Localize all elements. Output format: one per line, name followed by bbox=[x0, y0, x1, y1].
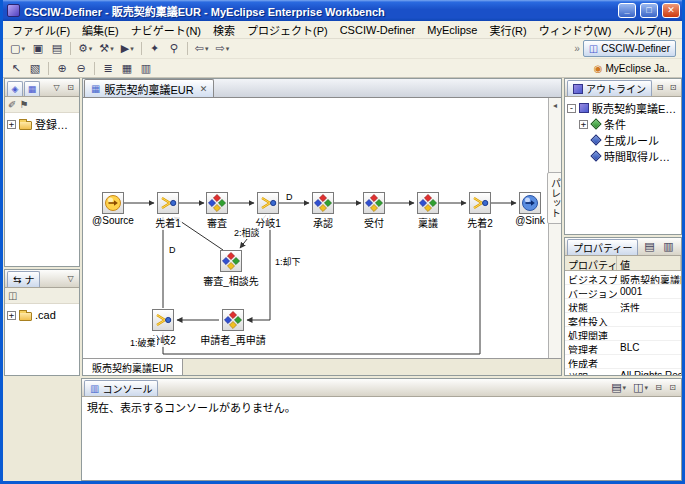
outline-minimize-icon[interactable]: ⊟ bbox=[654, 81, 666, 94]
align-button[interactable]: ≣ bbox=[99, 60, 117, 77]
perspective-chevron-icon[interactable]: » bbox=[574, 43, 580, 54]
collapse-all-icon[interactable]: ◫ bbox=[8, 290, 17, 301]
menubar: ファイル(F)編集(E)ナビゲート(N)検索プロジェクト(P)CSCIW-Def… bbox=[3, 21, 682, 39]
new-wizard-button[interactable]: ✦ bbox=[146, 40, 164, 57]
property-row-7[interactable]: 説明All Rights Reserv... bbox=[565, 369, 681, 375]
menu-item-9[interactable]: ヘルプ(H) bbox=[617, 21, 677, 39]
explorer-maximize-icon[interactable]: ⊡ bbox=[64, 81, 77, 94]
minimize-window-button[interactable]: _ bbox=[618, 3, 636, 18]
outline-maximize-icon[interactable]: ⊡ bbox=[667, 81, 679, 94]
dropdown-arrow-icon: ▾ bbox=[110, 45, 114, 53]
outline-tab[interactable]: アウトライン bbox=[567, 80, 652, 96]
diagram-page-tab[interactable]: 販売契約稟議EUR bbox=[83, 359, 183, 375]
workflow-node-activity[interactable]: 審査_相談先 bbox=[191, 250, 271, 288]
pointer-tool-button[interactable]: ↖ bbox=[7, 60, 25, 77]
run-button[interactable]: ▶▾ bbox=[118, 40, 137, 57]
property-name-cell: 状態 bbox=[565, 299, 617, 312]
maximize-window-button[interactable]: □ bbox=[640, 3, 658, 18]
layout-button[interactable]: ▥ bbox=[137, 60, 155, 77]
node-label: 稟議 bbox=[417, 215, 439, 230]
menu-item-2[interactable]: ナビゲート(N) bbox=[125, 21, 207, 39]
titlebar[interactable]: CSCIW-Definer - 販売契約稟議EUR - MyEclipse En… bbox=[3, 0, 682, 21]
perspective-label: MyEclipse Ja.. bbox=[606, 63, 670, 74]
zoom-in-button[interactable]: ⊕ bbox=[53, 60, 71, 77]
save-button[interactable]: ▣ bbox=[29, 40, 47, 57]
workflow-node-activity[interactable]: 申請者_再申請 bbox=[193, 309, 273, 347]
flag-definition-icon[interactable]: ⚑ bbox=[19, 99, 28, 110]
perspective-csciw-definer-button[interactable]: ◫CSCIW-Definer bbox=[583, 40, 676, 57]
menu-item-4[interactable]: プロジェクト(P) bbox=[241, 21, 334, 39]
explorer-secondary-tab-icon[interactable]: ▦ bbox=[24, 81, 40, 96]
property-value-cell: BLC bbox=[617, 341, 681, 354]
outline-item-1[interactable]: +条件 bbox=[567, 116, 679, 132]
editor-tab-close-icon[interactable]: ✕ bbox=[200, 84, 208, 94]
editor-tab-diagram[interactable]: ▦ 販売契約稟議EUR ✕ bbox=[84, 79, 214, 97]
navigator-view-menu-icon[interactable]: ▽ bbox=[64, 272, 77, 285]
main-toolbar: ▢▾▣▤⚙▾⚒▾▶▾✦⚲⇦▾⇨▾ »◫CSCIW-Definer bbox=[3, 39, 682, 59]
properties-tab[interactable]: プロパティー bbox=[567, 239, 638, 255]
forward-button[interactable]: ⇨▾ bbox=[212, 40, 232, 57]
search-button[interactable]: ⚲ bbox=[165, 40, 183, 57]
debug-button[interactable]: ⚒▾ bbox=[96, 40, 116, 57]
back-button[interactable]: ⇦▾ bbox=[192, 40, 212, 57]
menu-item-7[interactable]: 実行(R) bbox=[483, 21, 532, 39]
outline-item-label: 条件 bbox=[604, 116, 626, 132]
expand-icon[interactable]: + bbox=[579, 120, 588, 129]
expand-icon[interactable]: + bbox=[7, 120, 16, 129]
palette-collapse-icon[interactable]: ◂ bbox=[553, 101, 557, 110]
property-row-6[interactable]: 作成者 bbox=[565, 355, 681, 369]
editor-tab-label: 販売契約稟議EUR bbox=[104, 81, 193, 97]
display-selected-button[interactable]: ◫▾ bbox=[630, 379, 651, 396]
print-button[interactable]: ▤ bbox=[48, 40, 66, 57]
navigator-tab[interactable]: ⇆ ナ bbox=[7, 271, 40, 287]
property-row-0[interactable]: ビジネスプ販売契約稟議EUR bbox=[565, 271, 681, 285]
tree-item-registered-definitions[interactable]: + 登録定義 bbox=[7, 116, 77, 132]
console-view: ▥ コンソール ▤▾◫▾ ⊟ ⊡ 現在、表示するコンソールがありません。 bbox=[81, 378, 682, 481]
outline-item-3[interactable]: 時間取得ルール bbox=[567, 148, 679, 164]
close-window-button[interactable]: ✕ bbox=[662, 3, 680, 18]
property-name-column[interactable]: プロパティー bbox=[565, 256, 617, 270]
marquee-tool-button[interactable]: ▧ bbox=[26, 60, 44, 77]
expand-icon[interactable]: + bbox=[7, 311, 16, 320]
gateway-node-icon bbox=[157, 192, 179, 214]
zoom-out-button[interactable]: ⊖ bbox=[72, 60, 90, 77]
navigator-tab-icon: ⇆ bbox=[13, 274, 21, 285]
workflow-canvas[interactable]: @Source先着1審査分岐1承認受付稟議先着2@Sink審査_相談先分岐2申請… bbox=[83, 98, 548, 358]
filter-button[interactable]: ▥ bbox=[659, 238, 677, 255]
workflow-node-sink[interactable]: @Sink bbox=[490, 192, 548, 226]
explorer-view-menu-icon[interactable]: ▽ bbox=[50, 81, 63, 94]
property-row-1[interactable]: バージョン0001 bbox=[565, 285, 681, 299]
property-row-2[interactable]: 状態活性 bbox=[565, 299, 681, 313]
console-minimize-icon[interactable]: ⊟ bbox=[652, 381, 665, 394]
categories-button[interactable]: ▤ bbox=[640, 238, 658, 255]
explorer-tab-icon[interactable]: ◈ bbox=[7, 81, 23, 96]
console-tab[interactable]: ▥ コンソール bbox=[84, 380, 158, 396]
console-maximize-icon[interactable]: ⊡ bbox=[666, 381, 679, 394]
property-row-5[interactable]: 管理者BLC bbox=[565, 341, 681, 355]
menu-item-8[interactable]: ウィンドウ(W) bbox=[533, 21, 618, 39]
new-button[interactable]: ▢▾ bbox=[7, 40, 28, 57]
property-row-4[interactable]: 処理関連 bbox=[565, 327, 681, 341]
view-menu-button[interactable]: ▽ bbox=[678, 238, 681, 255]
edit-definition-icon[interactable]: ✐ bbox=[8, 99, 16, 110]
property-row-3[interactable]: 案件投入 bbox=[565, 313, 681, 327]
tree-item-cad[interactable]: + .cad bbox=[7, 307, 77, 323]
outline-item-2[interactable]: 生成ルール bbox=[567, 132, 679, 148]
grid-button[interactable]: ▦ bbox=[118, 60, 136, 77]
palette-strip[interactable]: ◂ パレット bbox=[548, 98, 561, 358]
menu-item-1[interactable]: 編集(E) bbox=[76, 21, 125, 39]
activity-node-icon bbox=[417, 192, 439, 214]
expand-icon[interactable]: - bbox=[567, 104, 576, 113]
menu-item-0[interactable]: ファイル(F) bbox=[6, 21, 76, 39]
external-tools-button[interactable]: ⚙▾ bbox=[75, 40, 95, 57]
menu-item-5[interactable]: CSCIW-Definer bbox=[334, 23, 422, 37]
left-column: ◈ ▦ ▽ ⊡ ✐ ⚑ + 登録定義 bbox=[4, 78, 80, 376]
property-value-column[interactable]: 値 bbox=[617, 256, 681, 270]
palette-label[interactable]: パレット bbox=[547, 172, 562, 224]
perspective-myeclipse-ja--button[interactable]: ◉MyEclipse Ja.. bbox=[588, 60, 676, 77]
dropdown-arrow-icon: ▾ bbox=[623, 384, 627, 392]
outline-item-0[interactable]: -販売契約稟議EUR bbox=[567, 100, 679, 116]
menu-item-6[interactable]: MyEclipse bbox=[421, 23, 483, 37]
open-console-button[interactable]: ▤▾ bbox=[608, 379, 629, 396]
menu-item-3[interactable]: 検索 bbox=[207, 21, 241, 39]
